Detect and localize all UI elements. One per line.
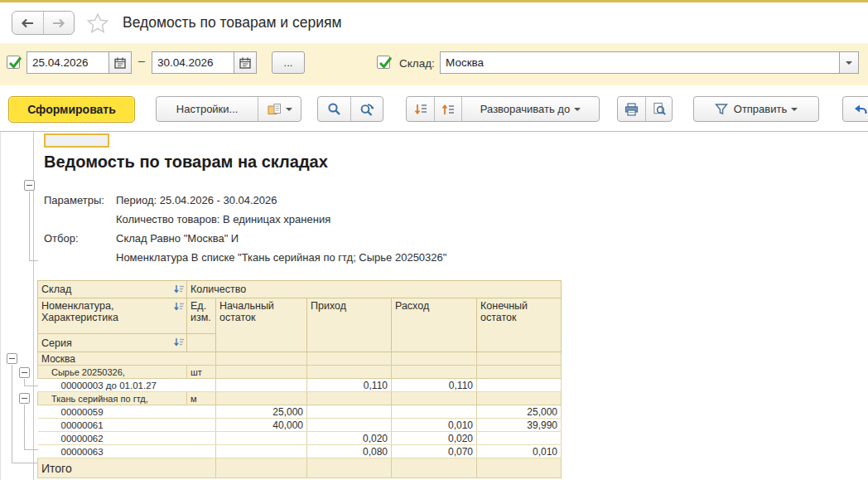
report-table: Склад Количество Номенклатура, Характери…: [37, 280, 562, 478]
report-variants-icon: [268, 103, 282, 116]
undo-button[interactable]: [842, 96, 868, 122]
parameters-label: Параметры:: [44, 191, 116, 210]
row-value-cell: [216, 379, 307, 392]
period-checkbox[interactable]: [7, 56, 20, 69]
selection-label: Отбор:: [44, 229, 116, 248]
calendar-icon: [239, 57, 251, 69]
report-variants-button[interactable]: [258, 97, 301, 121]
report-table-body: МоскваСырье 20250326,шт00000003 до 01.01…: [38, 352, 562, 478]
row-name-cell: Ткань серийная по гтд,: [38, 392, 187, 405]
find-next-button[interactable]: [350, 97, 383, 121]
header-warehouse[interactable]: Склад: [38, 281, 187, 298]
report-title: Ведомость по товарам на складах: [44, 153, 328, 172]
warehouse-value[interactable]: Москва: [441, 56, 839, 69]
row-value-cell: [216, 445, 307, 458]
row-value-cell: 0,010: [477, 445, 562, 458]
favorite-star-icon[interactable]: [86, 12, 109, 35]
row-value-cell: [477, 379, 562, 392]
group-toggle-tkan[interactable]: [19, 393, 30, 404]
funnel-icon: [715, 103, 728, 115]
period-more-button[interactable]: ...: [272, 51, 305, 74]
title-bar: Ведомость по товарам и сериям: [0, 2, 868, 43]
selection-line: Номенклатура В списке "Ткань серийная по…: [116, 248, 446, 267]
parameters-line: Период: 25.04.2026 - 30.04.2026: [116, 191, 277, 210]
undo-arrow-icon: [853, 103, 868, 116]
chevron-down-icon: [574, 108, 581, 111]
chevron-down-icon: [286, 108, 292, 111]
collapse-groups-button[interactable]: [407, 97, 434, 121]
header-quantity-group: Количество: [187, 281, 562, 298]
date-to-value[interactable]: 30.04.2026: [152, 56, 234, 69]
warehouse-checkbox[interactable]: [377, 56, 390, 69]
report-area: Ведомость по товарам на складах Параметр…: [0, 131, 868, 480]
search-refresh-icon: [359, 102, 374, 116]
warehouse-combo[interactable]: Москва: [440, 51, 859, 74]
selection-line: Склад Равно "Москва" И: [116, 229, 239, 248]
row-value-cell: [477, 432, 562, 445]
print-preview-button[interactable]: [645, 97, 673, 121]
check-icon: [378, 55, 393, 70]
expand-groups-button[interactable]: [434, 97, 461, 121]
header-closing-balance: Конечный остаток: [477, 298, 562, 352]
table-row: 0000006140,0000,01039,990: [38, 419, 562, 432]
print-preview-icon: [653, 102, 666, 116]
generate-button[interactable]: Сформировать: [8, 96, 135, 123]
selected-cell[interactable]: [44, 133, 109, 148]
expand-to-label: Разворачивать до: [480, 103, 570, 115]
table-row: Москва: [38, 352, 562, 366]
chevron-down-icon: [846, 61, 852, 65]
row-value-cell: [307, 458, 392, 478]
search-button-group: [317, 96, 383, 122]
row-name-cell: Итого: [38, 458, 216, 478]
row-value-cell: 0,010: [392, 419, 477, 432]
warehouse-dropdown-button[interactable]: [839, 52, 858, 73]
row-value-cell: [392, 405, 477, 419]
search-icon: [327, 102, 341, 116]
row-value-cell: 25,000: [477, 405, 562, 419]
date-to-field[interactable]: 30.04.2026: [152, 51, 257, 74]
back-button[interactable]: [12, 12, 43, 34]
header-unit: Ед. изм.: [187, 298, 216, 334]
row-value-cell: [307, 419, 392, 432]
settings-button-group: Настройки...: [156, 96, 301, 122]
row-value-cell: [216, 352, 307, 366]
row-value-cell: 40,000: [216, 419, 307, 432]
row-value-cell: 25,000: [216, 405, 307, 419]
report-table-head-rows: Склад Количество Номенклатура, Характери…: [38, 281, 562, 352]
row-value-cell: [307, 366, 392, 379]
row-name-cell: 00000062: [38, 432, 216, 445]
send-button[interactable]: Отправить: [694, 97, 818, 121]
row-name-cell: 00000059: [38, 405, 216, 419]
parameters-line: Количество товаров: В единицах хранения: [116, 210, 330, 229]
row-value-cell: 0,020: [307, 432, 392, 445]
sort-icon: [174, 302, 185, 312]
group-toggle-moscow[interactable]: [7, 353, 17, 364]
settings-button[interactable]: Настройки...: [157, 97, 258, 121]
date-from-calendar-button[interactable]: [108, 52, 131, 73]
collapse-groups-icon: [414, 103, 427, 116]
group-toggle-header[interactable]: [24, 180, 35, 191]
header-series[interactable]: Серия: [38, 334, 187, 352]
row-value-cell: [216, 458, 307, 478]
report-parameters-block: Параметры: Период: 25.04.2026 - 30.04.20…: [44, 191, 446, 267]
header-income: Приход: [307, 298, 392, 352]
date-from-value[interactable]: 25.04.2026: [27, 56, 108, 69]
row-value-cell: [477, 392, 562, 405]
print-button[interactable]: [618, 97, 645, 121]
table-row: Ткань серийная по гтд,м: [38, 392, 562, 405]
row-name-cell: Москва: [38, 352, 216, 366]
page-title: Ведомость по товарам и сериям: [123, 14, 341, 32]
group-toggle-syrye[interactable]: [19, 367, 30, 378]
search-button[interactable]: [318, 97, 350, 121]
expand-to-button[interactable]: Разворачивать до: [461, 97, 599, 121]
row-value-cell: 0,110: [392, 379, 477, 392]
date-to-calendar-button[interactable]: [234, 52, 256, 73]
row-name-cell: Сырье 20250326,: [38, 366, 187, 379]
warehouse-label: Склад:: [399, 57, 435, 70]
header-nomenclature[interactable]: Номенклатура, Характеристика: [38, 298, 187, 334]
date-from-field[interactable]: 25.04.2026: [27, 51, 132, 74]
send-label: Отправить: [734, 103, 787, 115]
filter-bar: 25.04.2026 – 30.04.2026: [0, 43, 868, 85]
forward-button[interactable]: [43, 12, 75, 34]
row-value-cell: 0,110: [307, 379, 392, 392]
